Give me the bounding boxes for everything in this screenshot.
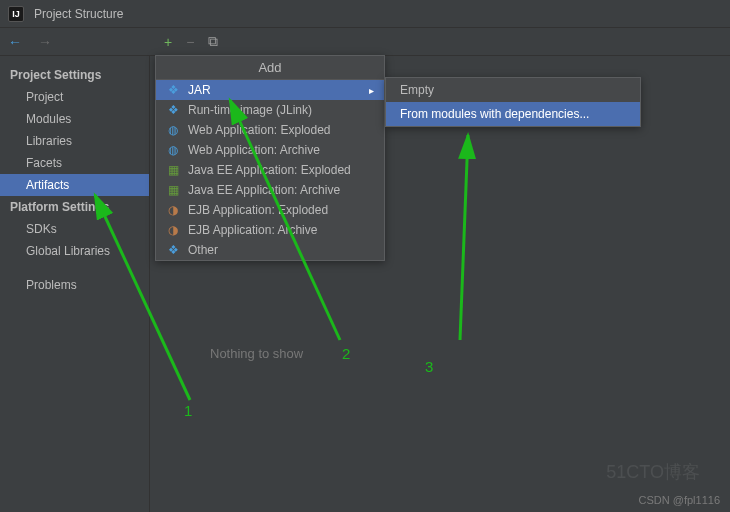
menu-label: Web Application: Exploded: [188, 123, 331, 137]
menu-label: Web Application: Archive: [188, 143, 320, 157]
menu-label: EJB Application: Exploded: [188, 203, 328, 217]
sidebar-item-global-libraries[interactable]: Global Libraries: [0, 240, 149, 262]
menu-label: JAR: [188, 83, 211, 97]
submenu-arrow-icon: ▸: [369, 85, 374, 96]
jar-icon: ❖: [166, 83, 180, 97]
sidebar-item-sdks[interactable]: SDKs: [0, 218, 149, 240]
globe-icon: ◍: [166, 143, 180, 157]
globe-icon: ◍: [166, 123, 180, 137]
sidebar-item-artifacts[interactable]: Artifacts: [0, 174, 149, 196]
menu-label: Java EE Application: Exploded: [188, 163, 351, 177]
menu-label: EJB Application: Archive: [188, 223, 317, 237]
menu-item-jar[interactable]: ❖ JAR ▸: [156, 80, 384, 100]
grid-icon: ▦: [166, 163, 180, 177]
menu-item-javaee-exploded[interactable]: ▦ Java EE Application: Exploded: [156, 160, 384, 180]
menu-label: Java EE Application: Archive: [188, 183, 340, 197]
remove-button[interactable]: −: [186, 34, 194, 50]
bean-icon: ◑: [166, 223, 180, 237]
add-button[interactable]: +: [164, 34, 172, 50]
back-button[interactable]: ←: [8, 34, 22, 50]
menu-item-ejb-exploded[interactable]: ◑ EJB Application: Exploded: [156, 200, 384, 220]
sidebar-item-libraries[interactable]: Libraries: [0, 130, 149, 152]
add-menu-title: Add: [156, 56, 384, 80]
jlink-icon: ❖: [166, 103, 180, 117]
menu-item-javaee-archive[interactable]: ▦ Java EE Application: Archive: [156, 180, 384, 200]
app-icon: IJ: [8, 6, 24, 22]
sidebar-item-facets[interactable]: Facets: [0, 152, 149, 174]
menu-item-other[interactable]: ❖ Other: [156, 240, 384, 260]
sidebar-heading-platform: Platform Settings: [0, 196, 149, 218]
menu-label: Run-time image (JLink): [188, 103, 312, 117]
sidebar-item-modules[interactable]: Modules: [0, 108, 149, 130]
menu-item-runtime-image[interactable]: ❖ Run-time image (JLink): [156, 100, 384, 120]
grid-icon: ▦: [166, 183, 180, 197]
submenu-item-from-modules[interactable]: From modules with dependencies...: [386, 102, 640, 126]
menu-item-webapp-exploded[interactable]: ◍ Web Application: Exploded: [156, 120, 384, 140]
window-title: Project Structure: [34, 7, 123, 21]
jar-submenu-popup: Empty From modules with dependencies...: [385, 77, 641, 127]
sidebar-item-problems[interactable]: Problems: [0, 274, 149, 296]
menu-item-webapp-archive[interactable]: ◍ Web Application: Archive: [156, 140, 384, 160]
sidebar: Project Settings Project Modules Librari…: [0, 56, 150, 512]
other-icon: ❖: [166, 243, 180, 257]
sidebar-item-project[interactable]: Project: [0, 86, 149, 108]
bean-icon: ◑: [166, 203, 180, 217]
empty-label: Nothing to show: [210, 346, 303, 361]
copy-button[interactable]: ⧉: [208, 33, 218, 50]
forward-button[interactable]: →: [38, 34, 52, 50]
menu-label: Other: [188, 243, 218, 257]
add-menu-popup: Add ❖ JAR ▸ ❖ Run-time image (JLink) ◍ W…: [155, 55, 385, 261]
submenu-item-empty[interactable]: Empty: [386, 78, 640, 102]
menu-item-ejb-archive[interactable]: ◑ EJB Application: Archive: [156, 220, 384, 240]
sidebar-heading-project: Project Settings: [0, 64, 149, 86]
